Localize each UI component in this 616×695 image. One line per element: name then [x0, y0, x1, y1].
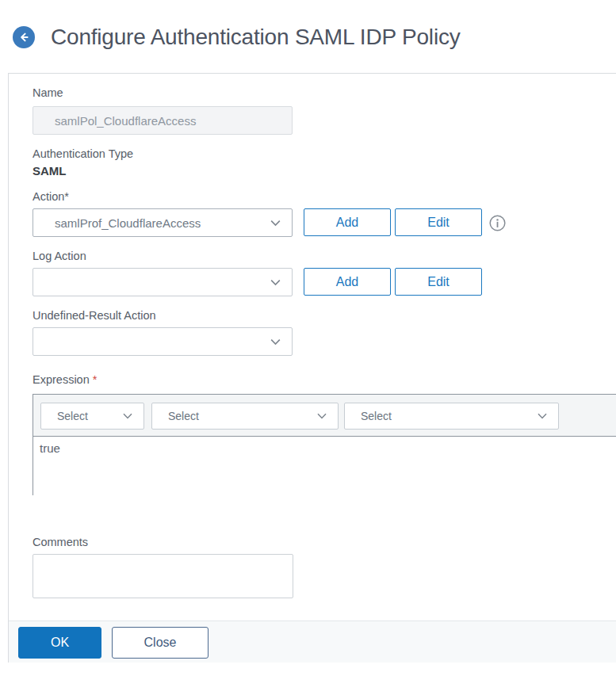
form-footer: OK Close [9, 621, 616, 663]
action-dropdown-value: samlProf_CloudflareAccess [55, 216, 269, 230]
chevron-down-icon [316, 410, 328, 422]
expression-editor: Select Select Select [33, 394, 616, 495]
action-dropdown[interactable]: samlProf_CloudflareAccess [33, 208, 293, 237]
chevron-down-icon [269, 216, 282, 230]
action-add-button[interactable]: Add [304, 208, 391, 236]
expression-input[interactable]: true [33, 437, 616, 495]
arrow-left-icon [17, 31, 30, 44]
required-asterisk: * [93, 373, 98, 386]
log-action-label: Log Action [33, 250, 86, 262]
chevron-down-icon [536, 410, 549, 422]
chevron-down-icon [269, 335, 282, 349]
configure-saml-idp-policy-page: Configure Authentication SAML IDP Policy… [0, 0, 616, 695]
form-panel: Name Authentication Type SAML Action* sa… [8, 73, 616, 663]
comments-label: Comments [33, 536, 88, 548]
action-label: Action* [33, 190, 69, 203]
undefined-result-action-dropdown[interactable] [33, 327, 293, 356]
ok-button[interactable]: OK [18, 627, 101, 659]
auth-type-label: Authentication Type [33, 147, 133, 160]
undefined-result-action-label: Undefined-Result Action [33, 309, 156, 322]
log-action-add-button[interactable]: Add [304, 268, 391, 296]
log-action-edit-button[interactable]: Edit [395, 268, 482, 296]
back-button[interactable] [13, 26, 35, 48]
chevron-down-icon [121, 410, 134, 422]
expression-editor-toolbar: Select Select Select [33, 395, 616, 437]
name-label: Name [33, 86, 63, 99]
comments-input[interactable] [33, 554, 293, 598]
name-input [33, 106, 293, 135]
close-button[interactable]: Close [112, 627, 209, 659]
auth-type-value: SAML [33, 164, 67, 178]
log-action-dropdown[interactable] [33, 268, 293, 296]
info-icon[interactable] [489, 215, 506, 231]
expression-select-2[interactable]: Select [151, 403, 339, 430]
expression-label: Expression * [33, 373, 97, 386]
action-edit-button[interactable]: Edit [395, 208, 482, 236]
page-title: Configure Authentication SAML IDP Policy [51, 22, 461, 52]
chevron-down-icon [269, 276, 282, 289]
expression-select-3[interactable]: Select [344, 403, 559, 430]
expression-select-1[interactable]: Select [40, 403, 144, 430]
